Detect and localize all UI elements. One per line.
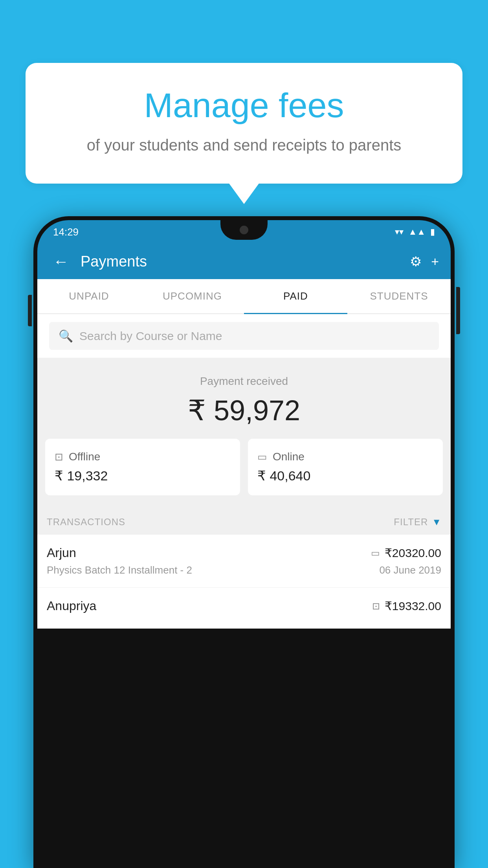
online-card-icon: ▭: [257, 451, 267, 463]
app-bar-icons: ⚙ +: [410, 254, 439, 269]
transaction-row-top: Anupriya ⊡ ₹19332.00: [47, 599, 441, 613]
transactions-header: TRANSACTIONS FILTER ▼: [37, 507, 451, 535]
wifi-icon: ▾▾: [395, 227, 404, 237]
phone-frame: 14:29 ▾▾ ▲▲ ▮ ← Payments ⚙ + UNPAID UPCO…: [33, 216, 455, 868]
search-icon: 🔍: [59, 329, 73, 343]
status-icons: ▾▾ ▲▲ ▮: [395, 227, 435, 237]
battery-icon: ▮: [430, 227, 435, 237]
bubble-subtitle: of your students and send receipts to pa…: [57, 134, 431, 156]
transaction-amount: ₹19332.00: [385, 599, 441, 613]
speech-bubble-container: Manage fees of your students and send re…: [26, 63, 462, 184]
transaction-type-icon: ▭: [371, 548, 380, 559]
online-card-amount: ₹ 40,640: [257, 468, 433, 484]
tabs: UNPAID UPCOMING PAID STUDENTS: [37, 279, 451, 314]
transaction-type-icon: ⊡: [372, 601, 380, 612]
phone-inner: 14:29 ▾▾ ▲▲ ▮ ← Payments ⚙ + UNPAID UPCO…: [37, 220, 451, 868]
search-input-wrapper[interactable]: 🔍 Search by Course or Name: [49, 322, 439, 350]
transaction-course: Physics Batch 12 Installment - 2: [47, 564, 192, 576]
transaction-amount-row: ▭ ₹20320.00: [371, 546, 441, 560]
transaction-row-bottom: Physics Batch 12 Installment - 2 06 June…: [47, 564, 441, 576]
payment-cards: ⊡ Offline ₹ 19,332 ▭ Online ₹ 40,640: [37, 439, 451, 507]
filter-icon: ▼: [432, 517, 441, 528]
status-time: 14:29: [53, 226, 79, 238]
online-card-type: Online: [273, 451, 305, 463]
app-bar: ← Payments ⚙ +: [37, 244, 451, 279]
search-bar: 🔍 Search by Course or Name: [37, 314, 451, 358]
payment-received-amount: ₹ 59,972: [49, 394, 439, 427]
signal-icon: ▲▲: [408, 227, 426, 237]
transaction-name: Arjun: [47, 546, 76, 560]
online-card-header: ▭ Online: [257, 451, 433, 463]
transaction-name: Anupriya: [47, 599, 96, 613]
offline-card-header: ⊡ Offline: [55, 451, 231, 463]
side-button-right: [456, 287, 460, 334]
online-card: ▭ Online ₹ 40,640: [248, 439, 443, 495]
payment-received-label: Payment received: [49, 375, 439, 388]
transaction-item[interactable]: Arjun ▭ ₹20320.00 Physics Batch 12 Insta…: [37, 535, 451, 588]
phone-notch: [220, 220, 268, 240]
plus-icon[interactable]: +: [431, 254, 439, 269]
transaction-row-top: Arjun ▭ ₹20320.00: [47, 546, 441, 560]
app-title: Payments: [81, 253, 402, 270]
transaction-amount-row: ⊡ ₹19332.00: [372, 599, 441, 613]
search-input[interactable]: Search by Course or Name: [79, 329, 222, 343]
offline-card-icon: ⊡: [55, 451, 63, 463]
offline-card-amount: ₹ 19,332: [55, 468, 231, 484]
transactions-label: TRANSACTIONS: [47, 517, 125, 528]
gear-icon[interactable]: ⚙: [410, 254, 422, 269]
offline-card-type: Offline: [69, 451, 100, 463]
payment-received-section: Payment received ₹ 59,972: [37, 358, 451, 439]
transaction-date: 06 June 2019: [379, 564, 441, 576]
side-button-left: [28, 295, 32, 326]
transaction-item[interactable]: Anupriya ⊡ ₹19332.00: [37, 588, 451, 629]
tab-students[interactable]: STUDENTS: [347, 279, 451, 313]
back-button[interactable]: ←: [49, 249, 73, 274]
tab-paid[interactable]: PAID: [244, 279, 347, 313]
tab-unpaid[interactable]: UNPAID: [37, 279, 141, 313]
filter-button[interactable]: FILTER ▼: [394, 517, 441, 528]
screen-content: 🔍 Search by Course or Name Payment recei…: [37, 314, 451, 629]
offline-card: ⊡ Offline ₹ 19,332: [45, 439, 240, 495]
transaction-amount: ₹20320.00: [385, 546, 441, 560]
front-camera: [240, 226, 248, 234]
filter-label: FILTER: [394, 517, 428, 528]
bubble-title: Manage fees: [57, 86, 431, 125]
tab-upcoming[interactable]: UPCOMING: [141, 279, 244, 313]
speech-bubble: Manage fees of your students and send re…: [26, 63, 462, 184]
